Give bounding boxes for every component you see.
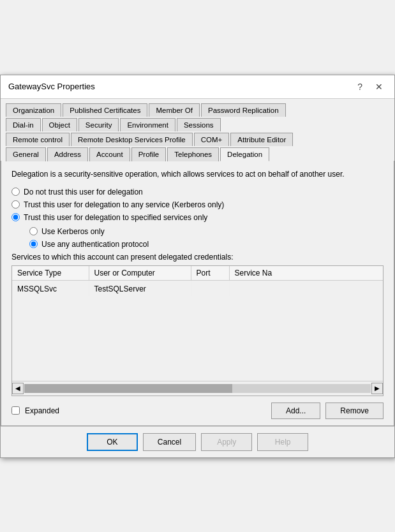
tab-row-1: Organization Published Certificates Memb… <box>6 103 389 116</box>
scroll-left-arrow[interactable]: ◀ <box>12 383 24 394</box>
tab-remote-control[interactable]: Remote control <box>6 133 70 146</box>
ok-button[interactable]: OK <box>87 433 138 451</box>
tab-attribute-editor[interactable]: Attribute Editor <box>230 133 293 146</box>
services-table-outer: Service Type User or Computer Port Servi… <box>11 265 384 396</box>
col-service-type: Service Type <box>12 266 89 281</box>
tab-security[interactable]: Security <box>78 118 119 131</box>
tab-content-delegation: Delegation is a security-sensitive opera… <box>1 161 394 426</box>
expanded-label: Expanded <box>25 406 59 415</box>
dialog-title: GatewaySvc Properties <box>8 82 95 91</box>
remove-button[interactable]: Remove <box>325 403 384 419</box>
cell-user-computer: TestSQLServer <box>89 280 191 296</box>
tabs-container: Organization Published Certificates Memb… <box>1 99 394 161</box>
btn-row: Add... Remove <box>271 403 384 419</box>
radio-option-2[interactable]: Trust this user for delegation to any se… <box>11 200 384 209</box>
help-footer-button[interactable]: Help <box>257 433 308 451</box>
tab-row-2: Dial-in Object Security Environment Sess… <box>6 117 389 131</box>
tab-row-3: Remote control Remote Desktop Services P… <box>6 132 389 145</box>
close-title-button[interactable]: ✕ <box>371 80 387 93</box>
tab-organization[interactable]: Organization <box>6 103 61 117</box>
radio-option-3[interactable]: Trust this user for delegation to specif… <box>11 213 384 222</box>
scroll-track[interactable] <box>24 384 371 393</box>
help-title-button[interactable]: ? <box>354 80 366 93</box>
services-label: Services to which this account can prese… <box>11 253 384 262</box>
cancel-button[interactable]: Cancel <box>143 433 196 451</box>
tab-general[interactable]: General <box>6 147 46 161</box>
tab-account[interactable]: Account <box>89 147 130 161</box>
services-table-container[interactable]: Service Type User or Computer Port Servi… <box>12 266 383 381</box>
col-port: Port <box>191 266 229 281</box>
services-table: Service Type User or Computer Port Servi… <box>12 266 383 296</box>
tab-published-certs[interactable]: Published Certificates <box>63 103 147 117</box>
dialog-footer: OK Cancel Apply Help <box>1 426 394 457</box>
cell-service-type: MSSQLSvc <box>12 280 89 296</box>
tab-address[interactable]: Address <box>47 147 88 161</box>
delegation-radio-group: Do not trust this user for delegation Tr… <box>11 188 384 222</box>
cell-service-name <box>229 280 383 296</box>
tab-rdp[interactable]: Remote Desktop Services Profile <box>71 133 193 146</box>
tab-password-replication[interactable]: Password Replication <box>201 103 286 117</box>
tab-telephones[interactable]: Telephones <box>167 147 219 161</box>
delegation-description: Delegation is a security-sensitive opera… <box>11 168 384 180</box>
tab-row-4: General Address Account Profile Telephon… <box>6 147 389 161</box>
radio-any-service[interactable] <box>11 200 20 209</box>
cell-port <box>191 280 229 296</box>
apply-button[interactable]: Apply <box>201 433 252 451</box>
tab-dial-in[interactable]: Dial-in <box>6 118 41 131</box>
col-user-computer: User or Computer <box>89 266 191 281</box>
delegation-sub-radio-group: Use Kerberos only Use any authentication… <box>29 227 384 249</box>
radio-no-trust[interactable] <box>11 188 20 196</box>
radio-any-auth[interactable] <box>29 240 38 248</box>
col-service-name: Service Na <box>229 266 383 281</box>
radio-specified-services[interactable] <box>11 213 20 221</box>
sub-radio-kerberos[interactable]: Use Kerberos only <box>29 227 384 236</box>
dialog-window: GatewaySvc Properties ? ✕ Organization P… <box>0 75 395 458</box>
expanded-checkbox[interactable] <box>11 406 20 415</box>
tab-delegation[interactable]: Delegation <box>220 147 269 161</box>
tab-sessions[interactable]: Sessions <box>177 118 221 131</box>
title-bar: GatewaySvc Properties ? ✕ <box>1 75 394 99</box>
sub-radio-any-auth[interactable]: Use any authentication protocol <box>29 240 384 249</box>
tab-member-of[interactable]: Member Of <box>149 103 200 117</box>
table-row[interactable]: MSSQLSvc TestSQLServer <box>12 280 383 296</box>
add-button[interactable]: Add... <box>271 403 320 419</box>
horizontal-scrollbar[interactable]: ◀ ▶ <box>12 381 383 395</box>
tab-object[interactable]: Object <box>42 118 77 131</box>
tab-profile[interactable]: Profile <box>131 147 167 161</box>
tab-environment[interactable]: Environment <box>120 118 175 131</box>
radio-option-1[interactable]: Do not trust this user for delegation <box>11 188 384 196</box>
title-bar-buttons: ? ✕ <box>354 80 387 93</box>
scroll-right-arrow[interactable]: ▶ <box>371 383 383 394</box>
expanded-row: Expanded <box>11 406 59 415</box>
radio-kerberos-only[interactable] <box>29 227 38 235</box>
tab-com[interactable]: COM+ <box>194 133 230 146</box>
